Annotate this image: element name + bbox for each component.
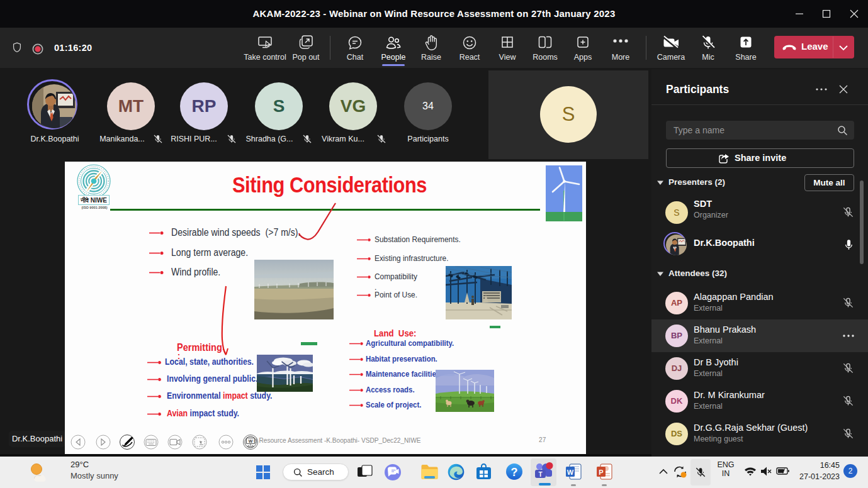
svg-text:P: P [599,469,603,476]
svg-text:W: W [567,469,574,476]
svg-text:?: ? [511,466,518,479]
svg-text:T: T [538,471,542,478]
svg-text:W: W [249,439,253,443]
